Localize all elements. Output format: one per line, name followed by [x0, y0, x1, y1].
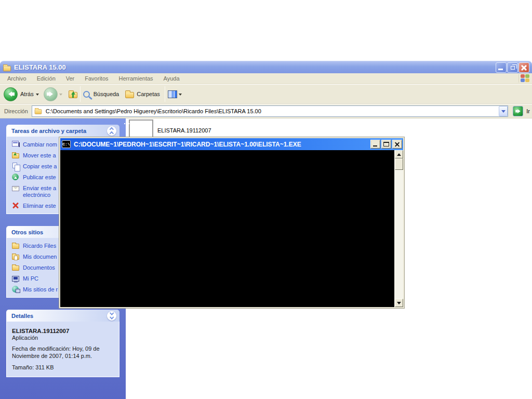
forward-dropdown-icon — [59, 94, 62, 97]
toolbar: Atrás Búsqueda Carpetas — [0, 84, 532, 104]
my-documents-icon — [11, 253, 20, 260]
move-icon — [11, 152, 20, 158]
windows-logo-icon — [518, 74, 530, 83]
minimize-icon — [498, 69, 503, 70]
details-title: Detalles — [11, 313, 107, 319]
folders-icon — [125, 92, 134, 98]
menu-herramientas[interactable]: Herramientas — [114, 74, 158, 83]
menu-bar: Archivo Edición Ver Favoritos Herramient… — [0, 73, 532, 84]
up-button[interactable] — [69, 90, 77, 98]
address-folder-icon — [35, 109, 42, 114]
go-icon — [517, 109, 523, 113]
folder-icon — [11, 242, 20, 249]
console-title: C:\DOCUME~1\PEDROH~1\ESCRIT~1\RICARD~1\E… — [74, 141, 369, 148]
back-dropdown-icon[interactable] — [36, 94, 39, 97]
my-computer-icon — [11, 275, 20, 282]
views-button[interactable] — [168, 90, 182, 98]
scroll-up-icon — [397, 151, 401, 156]
file-tasks-header[interactable]: Tareas de archivo y carpeta — [6, 125, 119, 137]
address-input[interactable]: C:\Documents and Settings\Pedro Higuerey… — [32, 105, 508, 117]
console-body — [60, 150, 403, 307]
panel-details: Detalles ELISTARA.19112007 Aplicación Fe… — [6, 310, 119, 377]
address-path[interactable]: C:\Documents and Settings\Pedro Higuerey… — [46, 108, 499, 114]
scroll-down-button[interactable] — [395, 299, 403, 307]
toolbar-separator — [165, 86, 165, 102]
copy-icon — [11, 163, 20, 168]
publish-icon — [11, 174, 20, 180]
chevron-down-icon — [110, 311, 114, 315]
address-label: Dirección — [4, 108, 28, 114]
toolbar-separator — [80, 86, 81, 102]
console-minimize-button[interactable] — [370, 140, 380, 149]
up-folder-icon — [69, 92, 77, 98]
maximize-icon — [383, 142, 389, 147]
details-file-name: ELISTARA.19112007 — [12, 328, 116, 334]
menu-ayuda[interactable]: Ayuda — [158, 74, 185, 83]
folders-button[interactable]: Carpetas — [125, 90, 162, 98]
minimize-icon — [373, 145, 377, 147]
window-title: ELISTARA 15.00 — [14, 63, 495, 71]
details-file-type: Aplicación — [12, 335, 116, 341]
file-tasks-title: Tareas de archivo y carpeta — [11, 128, 107, 134]
forward-button[interactable] — [44, 87, 62, 101]
menu-edicion[interactable]: Edición — [32, 74, 61, 83]
console-output-area[interactable] — [60, 150, 394, 307]
scroll-down-icon — [397, 302, 401, 307]
address-bar: Dirección C:\Documents and Settings\Pedr… — [0, 104, 532, 118]
back-button[interactable]: Atrás — [4, 87, 39, 101]
shared-documents-icon — [11, 264, 20, 271]
chevron-down-icon — [501, 110, 506, 115]
details-header[interactable]: Detalles — [6, 310, 119, 322]
minimize-button[interactable] — [496, 62, 507, 73]
menu-favoritos[interactable]: Favoritos — [79, 74, 113, 83]
search-button[interactable]: Búsqueda — [83, 91, 122, 98]
chevron-up-icon — [110, 127, 114, 131]
collapse-button[interactable] — [107, 126, 116, 136]
views-dropdown-icon[interactable] — [179, 94, 182, 97]
address-dropdown-button[interactable] — [499, 106, 508, 116]
delete-icon — [11, 202, 20, 209]
details-size: Tamaño: 311 KB — [12, 364, 116, 370]
go-button[interactable] — [513, 106, 523, 116]
console-maximize-button[interactable] — [381, 140, 391, 149]
search-label: Búsqueda — [94, 91, 119, 97]
scroll-up-button[interactable] — [395, 150, 403, 158]
console-window[interactable]: C:\ C:\DOCUME~1\PEDROH~1\ESCRIT~1\RICARD… — [59, 137, 405, 309]
scrollbar-thumb[interactable] — [395, 158, 403, 170]
email-icon — [11, 184, 20, 191]
back-label: Atrás — [20, 91, 34, 97]
search-icon — [83, 91, 90, 98]
details-modified: Fecha de modificación: Hoy, 09 de — [12, 345, 116, 353]
details-body: ELISTARA.19112007 Aplicación Fecha de mo… — [6, 322, 119, 377]
menu-archivo[interactable]: Archivo — [2, 74, 32, 83]
explorer-titlebar[interactable]: ELISTARA 15.00 — [0, 61, 532, 73]
back-icon — [4, 87, 18, 101]
forward-icon — [44, 87, 58, 101]
network-places-icon — [11, 286, 20, 292]
console-scrollbar[interactable] — [394, 150, 403, 307]
go-label: Ir — [526, 108, 530, 114]
cmd-icon: C:\ — [62, 140, 71, 148]
console-close-button[interactable] — [392, 140, 402, 149]
restore-button[interactable] — [507, 62, 518, 73]
close-button[interactable] — [518, 62, 529, 73]
rename-icon — [11, 141, 20, 147]
console-titlebar[interactable]: C:\ C:\DOCUME~1\PEDROH~1\ESCRIT~1\RICARD… — [60, 138, 403, 150]
expand-button[interactable] — [107, 311, 116, 321]
views-icon — [168, 90, 177, 98]
folder-icon — [3, 65, 11, 71]
restore-icon — [511, 66, 515, 70]
menu-ver[interactable]: Ver — [61, 74, 80, 83]
folders-label: Carpetas — [137, 91, 160, 97]
